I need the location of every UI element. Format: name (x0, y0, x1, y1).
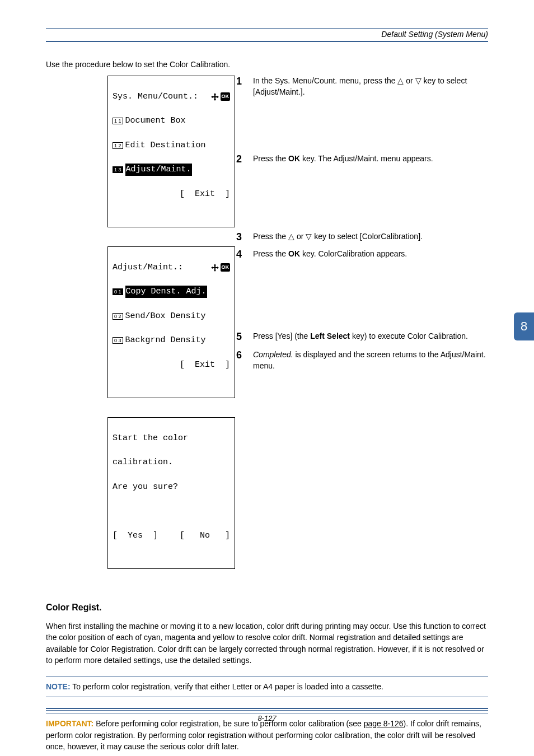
ok-icon: OK (221, 263, 231, 272)
lcd3-line1: Start the color (113, 432, 188, 445)
item-num: 1 3 (113, 166, 123, 173)
step-text-6: Completed. is displayed and the screen r… (253, 349, 488, 371)
item-num: 0 2 (113, 313, 123, 320)
item-num: 1 1 (113, 118, 123, 124)
intro-paragraph: Use the procedure below to set the Color… (46, 60, 488, 69)
lcd-adjust-maint: Adjust/Maint.:OK 0 1Copy Denst. Adj. 0 2… (107, 246, 235, 398)
note-text: To perform color registration, verify th… (71, 682, 383, 691)
step-num-2: 2 (236, 153, 253, 165)
step-text-2: Press the OK key. The Adjust/Maint. menu… (253, 153, 488, 165)
ok-icon: OK (221, 92, 231, 101)
lcd2-item-0: Copy Denst. Adj. (125, 286, 207, 298)
lcd1-item-1: Edit Destination (125, 139, 206, 152)
lcd-sys-menu: Sys. Menu/Count.:OK 1 1Document Box 1 2E… (107, 76, 235, 227)
lcd3-yes: [ Yes ] (113, 530, 158, 542)
lcd2-softkey: [ Exit ] (180, 359, 230, 371)
step-num-6: 6 (236, 349, 253, 371)
item-num: 0 1 (113, 288, 123, 295)
lcd2-title: Adjust/Maint. (113, 262, 178, 274)
lcd2-item-2: Backgrnd Density (125, 334, 206, 347)
note-box: NOTE: To perform color registration, ver… (46, 676, 488, 697)
lcd1-title: Sys. Menu/Count. (113, 91, 193, 103)
body-paragraph: When first installing the machine or mov… (46, 620, 488, 666)
lcd1-item-0: Document Box (125, 115, 186, 127)
lcd1-item-2: Adjust/Maint. (125, 164, 192, 176)
step-num-3: 3 (236, 231, 253, 243)
step-text-4: Press the OK key. ColorCalibration appea… (253, 249, 488, 260)
dpad-icon (211, 93, 219, 101)
step-text-1: In the Sys. Menu/Count. menu, press the … (253, 76, 488, 97)
step-num-4: 4 (236, 249, 253, 260)
step-list: 1 In the Sys. Menu/Count. menu, press th… (236, 76, 488, 371)
lcd3-no: [ No ] (180, 530, 230, 542)
page-number: 8-127 (46, 710, 488, 722)
item-num: 0 3 (113, 337, 123, 344)
item-num: 1 2 (113, 142, 123, 149)
step-text-3: Press the △ or ▽ key to select [ColorCal… (253, 231, 488, 243)
note-label: NOTE: (46, 682, 71, 691)
lcd3-line2: calibration. (113, 456, 173, 469)
step-num-1: 1 (236, 76, 253, 97)
header-section-title: Default Setting (System Menu) (46, 30, 488, 39)
lcd3-line3: Are you sure? (113, 481, 178, 493)
lcd2-item-1: Send/Box Density (125, 310, 206, 323)
lcd-confirm: Start the color calibration. Are you sur… (107, 417, 235, 569)
dpad-icon (211, 264, 219, 272)
chapter-tab: 8 (514, 312, 534, 340)
lcd1-softkey: [ Exit ] (180, 188, 230, 200)
step-text-5: Press [Yes] (the Left Select key) to exe… (253, 331, 488, 343)
step-num-5: 5 (236, 331, 253, 343)
section-heading: Color Regist. (46, 603, 488, 613)
